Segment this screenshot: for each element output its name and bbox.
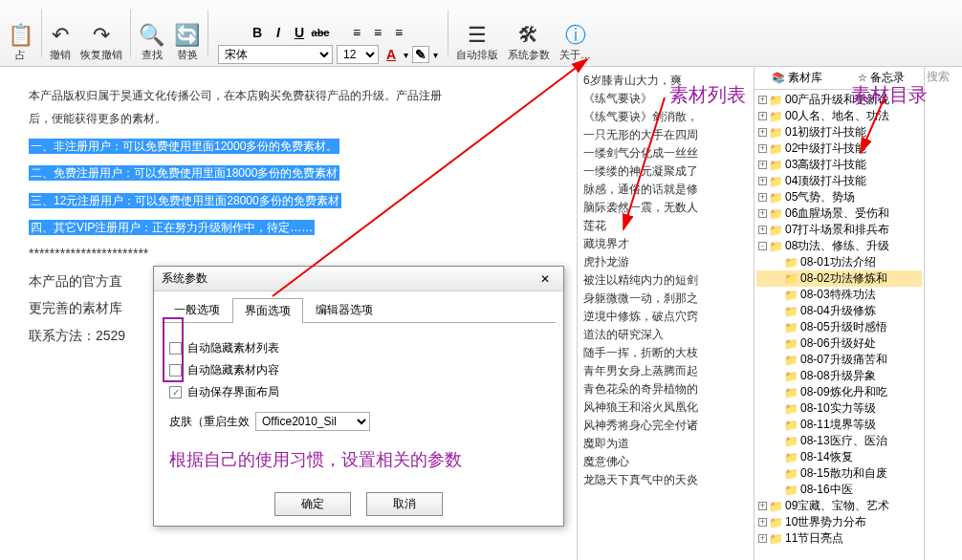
expand-icon[interactable]: - bbox=[758, 242, 767, 250]
expand-icon[interactable]: + bbox=[758, 209, 767, 218]
redo-button[interactable]: ↷恢复撤销 bbox=[77, 2, 126, 64]
font-select[interactable]: 宋体 bbox=[218, 45, 333, 64]
list-item[interactable]: 一缕剑气分化成一丝丝 bbox=[583, 145, 748, 162]
sysparam-button[interactable]: 🛠系统参数 bbox=[504, 2, 554, 64]
tree-item[interactable]: +📁03高级打斗技能 bbox=[756, 157, 922, 173]
list-item[interactable]: 《练气要诀》 bbox=[583, 91, 748, 107]
list-item[interactable]: 逆境中修炼，破点穴窍 bbox=[583, 309, 748, 325]
dialog-titlebar[interactable]: 系统参数 ✕ bbox=[154, 267, 563, 291]
list-item[interactable]: 莲花 bbox=[583, 218, 748, 234]
tree-item[interactable]: +📁06血腥场景、受伤和 bbox=[756, 205, 922, 222]
tree-item[interactable]: 📁08-15散功和自废 bbox=[756, 465, 922, 482]
list-item[interactable]: 魔意佛心 bbox=[583, 454, 748, 470]
checkbox-hide-content[interactable] bbox=[169, 364, 182, 377]
tree-item[interactable]: +📁02中级打斗技能 bbox=[756, 140, 922, 157]
tree-item[interactable]: +📁04顶级打斗技能 bbox=[756, 173, 922, 189]
list-item[interactable]: 道法的研究深入 bbox=[583, 327, 748, 343]
about-button[interactable]: ⓘ关于… bbox=[556, 2, 595, 64]
tree-item[interactable]: 📁08-13医疗、医治 bbox=[756, 433, 922, 449]
expand-icon[interactable]: + bbox=[758, 112, 767, 120]
tree-item[interactable]: +📁09宝藏、宝物、艺术 bbox=[756, 498, 922, 514]
strike-button[interactable]: abc bbox=[312, 24, 329, 41]
tree-item[interactable]: -📁08功法、修练、升级 bbox=[756, 238, 922, 254]
skin-select[interactable]: Office2010_Sil bbox=[255, 412, 370, 431]
tree-item[interactable]: 📁08-06升级好处 bbox=[756, 335, 922, 352]
tree-item[interactable]: +📁00人名、地名、功法 bbox=[756, 108, 922, 124]
list-item[interactable]: 魔即为道 bbox=[583, 436, 748, 452]
expand-icon[interactable]: + bbox=[758, 177, 767, 185]
list-item[interactable]: 风神秀将身心完全付诸 bbox=[583, 418, 748, 434]
expand-icon[interactable]: + bbox=[758, 502, 767, 510]
find-button[interactable]: 🔍查找 bbox=[135, 2, 168, 64]
tree-item[interactable]: 📁08-04升级修炼 bbox=[756, 303, 922, 319]
expand-icon[interactable]: + bbox=[758, 144, 767, 153]
tab-general[interactable]: 一般选项 bbox=[162, 297, 232, 322]
list-item[interactable]: 脑际袭然一震，无数人 bbox=[583, 200, 748, 216]
tab-ui[interactable]: 界面选项 bbox=[232, 298, 303, 323]
list-item[interactable]: 6岁膝青山大力，爽 bbox=[583, 73, 748, 89]
tree-label: 08-05升级时感悟 bbox=[800, 319, 887, 335]
tree-item[interactable]: +📁11节日亮点 bbox=[756, 530, 922, 547]
ok-button[interactable]: 确定 bbox=[274, 492, 351, 516]
tab-editor[interactable]: 编辑器选项 bbox=[303, 297, 385, 322]
list-item[interactable]: 《练气要诀》剑消散， bbox=[583, 109, 748, 125]
list-item[interactable]: 龙隐天下真气中的天炎 bbox=[583, 472, 748, 488]
tab-memo[interactable]: ☆ 备忘录 bbox=[840, 67, 925, 89]
tree-item[interactable]: 📁08-09炼化丹和吃 bbox=[756, 384, 922, 400]
replace-button[interactable]: 🔄替换 bbox=[170, 2, 204, 64]
list-item[interactable]: 藏境界才 bbox=[583, 236, 748, 252]
undo-button[interactable]: ↶撤销 bbox=[46, 2, 75, 64]
list-item[interactable]: 一缕缕的神元凝聚成了 bbox=[583, 163, 748, 180]
tree-item[interactable]: 📁08-08升级异象 bbox=[756, 368, 922, 384]
expand-icon[interactable]: + bbox=[758, 518, 767, 527]
underline-button[interactable]: U bbox=[291, 24, 308, 41]
tree-item[interactable]: 📁08-05升级时感悟 bbox=[756, 319, 922, 335]
tree-item[interactable]: 📁08-07升级痛苦和 bbox=[756, 352, 922, 368]
tree-item[interactable]: +📁10世界势力分布 bbox=[756, 514, 922, 530]
list-item[interactable]: 青色花朵的奇异植物的 bbox=[583, 381, 748, 398]
tree-item[interactable]: 📁08-02功法修炼和 bbox=[756, 270, 922, 287]
align-right-button[interactable]: ≡ bbox=[390, 24, 407, 41]
autolayout-button[interactable]: ☰自动排版 bbox=[452, 2, 502, 64]
font-color-button[interactable]: A bbox=[383, 46, 400, 63]
tree-item[interactable]: 📁08-10实力等级 bbox=[756, 400, 922, 417]
italic-button[interactable]: I bbox=[270, 24, 287, 41]
expand-icon[interactable]: + bbox=[758, 193, 767, 202]
tree-item[interactable]: +📁01初级打斗技能 bbox=[756, 124, 922, 140]
folder-icon: 📁 bbox=[769, 175, 783, 188]
expand-icon[interactable]: + bbox=[758, 226, 767, 234]
tree-item[interactable]: 📁08-14恢复 bbox=[756, 449, 922, 465]
tree-item[interactable]: +📁07打斗场景和排兵布 bbox=[756, 222, 922, 238]
list-item[interactable]: 被注以精纯内力的短剑 bbox=[583, 272, 748, 289]
paste-button[interactable]: 📋占 bbox=[4, 2, 37, 64]
bold-button[interactable]: B bbox=[249, 24, 266, 41]
list-item[interactable]: 身躯微微一动，刹那之 bbox=[583, 291, 748, 307]
list-item[interactable]: 青年男女身上蒸腾而起 bbox=[583, 363, 748, 379]
tree-item[interactable]: 📁08-11境界等级 bbox=[756, 417, 922, 433]
list-item[interactable]: 随手一挥，折断的大枝 bbox=[583, 345, 748, 361]
tree[interactable]: +📁00产品升级和更新说+📁00人名、地名、功法+📁01初级打斗技能+📁02中级… bbox=[754, 90, 924, 560]
tree-item[interactable]: 📁08-01功法介绍 bbox=[756, 254, 922, 270]
list-item[interactable]: 脉感，通俗的话就是修 bbox=[583, 182, 748, 198]
checkbox-hide-list[interactable] bbox=[169, 342, 182, 355]
tab-material-lib[interactable]: 📚 素材库 bbox=[754, 67, 840, 89]
list-item[interactable]: 一只无形的大手在四周 bbox=[583, 127, 748, 143]
expand-icon[interactable]: + bbox=[758, 161, 767, 169]
align-center-button[interactable]: ≡ bbox=[369, 24, 386, 41]
cancel-button[interactable]: 取消 bbox=[366, 492, 443, 516]
tree-item[interactable]: 📁08-16中医 bbox=[756, 482, 922, 498]
search-panel[interactable]: 搜索 bbox=[924, 67, 962, 560]
align-left-button[interactable]: ≡ bbox=[348, 24, 365, 41]
checkbox-save-layout[interactable]: ✓ bbox=[169, 386, 182, 398]
expand-icon[interactable]: + bbox=[758, 534, 767, 543]
size-select[interactable]: 12 bbox=[337, 45, 379, 64]
tree-item[interactable]: +📁05气势、势场 bbox=[756, 189, 922, 205]
list-item[interactable]: 虎扑龙游 bbox=[583, 254, 748, 270]
tree-item[interactable]: 📁08-03特殊功法 bbox=[756, 287, 922, 303]
highlight-button[interactable]: ✎ bbox=[412, 46, 429, 63]
expand-icon[interactable]: + bbox=[758, 128, 767, 137]
tree-item[interactable]: +📁00产品升级和更新说 bbox=[756, 92, 922, 108]
list-item[interactable]: 风神狼王和浴火凤凰化 bbox=[583, 399, 748, 416]
expand-icon[interactable]: + bbox=[758, 96, 767, 104]
close-icon[interactable]: ✕ bbox=[535, 272, 556, 286]
